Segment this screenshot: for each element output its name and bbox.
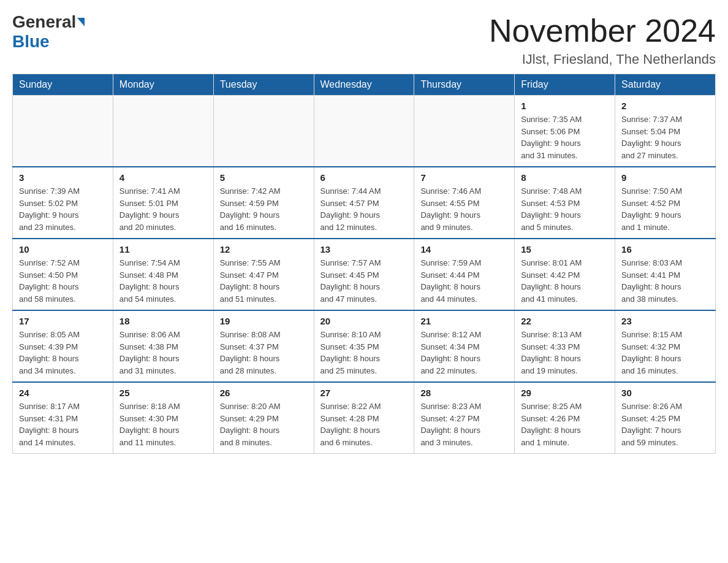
day-number: 22 — [521, 316, 609, 326]
calendar-cell: 24Sunrise: 8:17 AMSunset: 4:31 PMDayligh… — [13, 382, 113, 454]
day-number: 7 — [420, 172, 508, 183]
day-number: 15 — [521, 244, 609, 255]
week-row-1: 1Sunrise: 7:35 AMSunset: 5:06 PMDaylight… — [13, 96, 716, 167]
calendar-cell: 22Sunrise: 8:13 AMSunset: 4:33 PMDayligh… — [515, 310, 615, 382]
day-info: Sunrise: 7:50 AMSunset: 4:52 PMDaylight:… — [621, 185, 709, 233]
day-info: Sunrise: 7:59 AMSunset: 4:44 PMDaylight:… — [420, 257, 508, 305]
calendar-cell: 4Sunrise: 7:41 AMSunset: 5:01 PMDaylight… — [113, 167, 213, 239]
calendar-table: SundayMondayTuesdayWednesdayThursdayFrid… — [12, 74, 716, 454]
calendar-cell: 10Sunrise: 7:52 AMSunset: 4:50 PMDayligh… — [13, 239, 113, 310]
day-info: Sunrise: 7:42 AMSunset: 4:59 PMDaylight:… — [220, 185, 308, 233]
day-number: 1 — [521, 101, 609, 111]
calendar-cell: 8Sunrise: 7:48 AMSunset: 4:53 PMDaylight… — [515, 167, 615, 239]
calendar-cell: 18Sunrise: 8:06 AMSunset: 4:38 PMDayligh… — [113, 310, 213, 382]
week-row-2: 3Sunrise: 7:39 AMSunset: 5:02 PMDaylight… — [13, 167, 716, 239]
week-row-3: 10Sunrise: 7:52 AMSunset: 4:50 PMDayligh… — [13, 239, 716, 310]
day-number: 6 — [320, 172, 408, 183]
day-info: Sunrise: 7:37 AMSunset: 5:04 PMDaylight:… — [621, 113, 709, 161]
day-number: 10 — [19, 244, 107, 255]
day-info: Sunrise: 8:25 AMSunset: 4:26 PMDaylight:… — [521, 400, 609, 448]
calendar-cell: 14Sunrise: 7:59 AMSunset: 4:44 PMDayligh… — [414, 239, 515, 310]
day-number: 9 — [621, 172, 709, 183]
calendar-cell: 20Sunrise: 8:10 AMSunset: 4:35 PMDayligh… — [314, 310, 414, 382]
day-number: 4 — [119, 172, 207, 183]
day-info: Sunrise: 8:26 AMSunset: 4:25 PMDaylight:… — [621, 400, 709, 448]
calendar-cell: 5Sunrise: 7:42 AMSunset: 4:59 PMDaylight… — [213, 167, 314, 239]
day-number: 12 — [220, 244, 308, 255]
calendar-cell: 15Sunrise: 8:01 AMSunset: 4:42 PMDayligh… — [515, 239, 615, 310]
day-number: 13 — [320, 244, 408, 255]
weekday-header-saturday: Saturday — [615, 74, 716, 96]
day-info: Sunrise: 8:10 AMSunset: 4:35 PMDaylight:… — [320, 329, 408, 377]
day-number: 5 — [220, 172, 308, 183]
day-number: 16 — [621, 244, 709, 255]
day-number: 21 — [420, 316, 508, 326]
day-number: 8 — [521, 172, 609, 183]
day-info: Sunrise: 8:06 AMSunset: 4:38 PMDaylight:… — [119, 329, 207, 377]
day-number: 30 — [621, 388, 709, 398]
weekday-header-thursday: Thursday — [414, 74, 515, 96]
day-number: 28 — [420, 388, 508, 398]
day-info: Sunrise: 7:35 AMSunset: 5:06 PMDaylight:… — [521, 113, 609, 161]
calendar-cell: 1Sunrise: 7:35 AMSunset: 5:06 PMDaylight… — [515, 96, 615, 167]
day-number: 26 — [220, 388, 308, 398]
day-info: Sunrise: 8:22 AMSunset: 4:28 PMDaylight:… — [320, 400, 408, 448]
calendar-cell: 3Sunrise: 7:39 AMSunset: 5:02 PMDaylight… — [13, 167, 113, 239]
page-header: General Blue November 2024 IJlst, Friesl… — [12, 12, 716, 67]
day-number: 17 — [19, 316, 107, 326]
location-title: IJlst, Friesland, The Netherlands — [489, 52, 716, 67]
calendar-cell: 17Sunrise: 8:05 AMSunset: 4:39 PMDayligh… — [13, 310, 113, 382]
day-info: Sunrise: 7:46 AMSunset: 4:55 PMDaylight:… — [420, 185, 508, 233]
week-row-4: 17Sunrise: 8:05 AMSunset: 4:39 PMDayligh… — [13, 310, 716, 382]
weekday-header-wednesday: Wednesday — [314, 74, 414, 96]
day-info: Sunrise: 8:01 AMSunset: 4:42 PMDaylight:… — [521, 257, 609, 305]
day-number: 11 — [119, 244, 207, 255]
calendar-cell — [414, 96, 515, 167]
day-info: Sunrise: 8:13 AMSunset: 4:33 PMDaylight:… — [521, 329, 609, 377]
day-info: Sunrise: 8:05 AMSunset: 4:39 PMDaylight:… — [19, 329, 107, 377]
logo-blue: Blue — [12, 32, 50, 51]
calendar-cell — [13, 96, 113, 167]
day-info: Sunrise: 7:39 AMSunset: 5:02 PMDaylight:… — [19, 185, 107, 233]
day-info: Sunrise: 7:54 AMSunset: 4:48 PMDaylight:… — [119, 257, 207, 305]
day-info: Sunrise: 7:52 AMSunset: 4:50 PMDaylight:… — [19, 257, 107, 305]
day-info: Sunrise: 8:08 AMSunset: 4:37 PMDaylight:… — [220, 329, 308, 377]
calendar-cell: 9Sunrise: 7:50 AMSunset: 4:52 PMDaylight… — [615, 167, 716, 239]
logo: General Blue — [12, 12, 85, 52]
logo-arrow-icon — [77, 18, 85, 26]
day-number: 14 — [420, 244, 508, 255]
day-info: Sunrise: 8:20 AMSunset: 4:29 PMDaylight:… — [220, 400, 308, 448]
month-title: November 2024 — [489, 12, 716, 49]
calendar-cell: 11Sunrise: 7:54 AMSunset: 4:48 PMDayligh… — [113, 239, 213, 310]
calendar-cell: 28Sunrise: 8:23 AMSunset: 4:27 PMDayligh… — [414, 382, 515, 454]
day-info: Sunrise: 8:18 AMSunset: 4:30 PMDaylight:… — [119, 400, 207, 448]
calendar-cell — [314, 96, 414, 167]
calendar-cell: 2Sunrise: 7:37 AMSunset: 5:04 PMDaylight… — [615, 96, 716, 167]
calendar-cell — [113, 96, 213, 167]
day-info: Sunrise: 7:55 AMSunset: 4:47 PMDaylight:… — [220, 257, 308, 305]
day-info: Sunrise: 8:15 AMSunset: 4:32 PMDaylight:… — [621, 329, 709, 377]
day-number: 24 — [19, 388, 107, 398]
weekday-header-tuesday: Tuesday — [213, 74, 314, 96]
day-number: 29 — [521, 388, 609, 398]
weekday-header-sunday: Sunday — [13, 74, 113, 96]
calendar-cell: 7Sunrise: 7:46 AMSunset: 4:55 PMDaylight… — [414, 167, 515, 239]
day-number: 2 — [621, 101, 709, 111]
calendar-cell: 6Sunrise: 7:44 AMSunset: 4:57 PMDaylight… — [314, 167, 414, 239]
weekday-header-row: SundayMondayTuesdayWednesdayThursdayFrid… — [13, 74, 716, 96]
week-row-5: 24Sunrise: 8:17 AMSunset: 4:31 PMDayligh… — [13, 382, 716, 454]
day-number: 18 — [119, 316, 207, 326]
calendar-cell: 19Sunrise: 8:08 AMSunset: 4:37 PMDayligh… — [213, 310, 314, 382]
day-number: 23 — [621, 316, 709, 326]
calendar-cell: 25Sunrise: 8:18 AMSunset: 4:30 PMDayligh… — [113, 382, 213, 454]
day-info: Sunrise: 7:57 AMSunset: 4:45 PMDaylight:… — [320, 257, 408, 305]
calendar-cell: 23Sunrise: 8:15 AMSunset: 4:32 PMDayligh… — [615, 310, 716, 382]
day-number: 27 — [320, 388, 408, 398]
title-area: November 2024 IJlst, Friesland, The Neth… — [489, 12, 716, 67]
calendar-cell: 27Sunrise: 8:22 AMSunset: 4:28 PMDayligh… — [314, 382, 414, 454]
day-info: Sunrise: 7:44 AMSunset: 4:57 PMDaylight:… — [320, 185, 408, 233]
day-info: Sunrise: 8:03 AMSunset: 4:41 PMDaylight:… — [621, 257, 709, 305]
calendar-cell: 16Sunrise: 8:03 AMSunset: 4:41 PMDayligh… — [615, 239, 716, 310]
weekday-header-monday: Monday — [113, 74, 213, 96]
calendar-cell: 30Sunrise: 8:26 AMSunset: 4:25 PMDayligh… — [615, 382, 716, 454]
